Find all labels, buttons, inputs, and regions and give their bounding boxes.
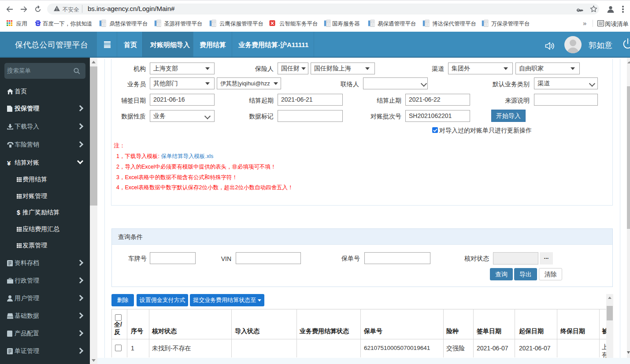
svg-text:du: du	[37, 23, 39, 26]
